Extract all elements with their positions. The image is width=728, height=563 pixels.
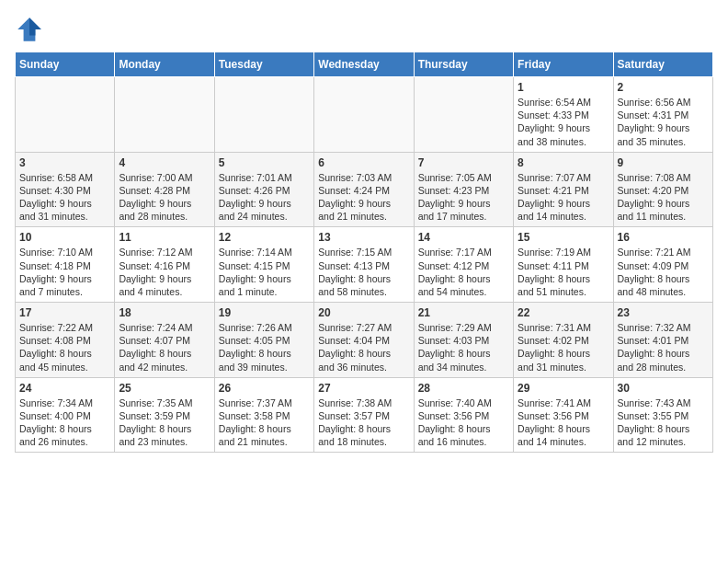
day-number: 7 xyxy=(418,156,509,169)
day-info: Sunrise: 7:24 AM Sunset: 4:07 PM Dayligh… xyxy=(119,321,210,373)
calendar-cell: 1Sunrise: 6:54 AM Sunset: 4:33 PM Daylig… xyxy=(514,77,613,153)
day-number: 17 xyxy=(19,306,110,319)
day-number: 16 xyxy=(618,231,709,244)
day-number: 22 xyxy=(518,306,609,319)
calendar-cell: 17Sunrise: 7:22 AM Sunset: 4:08 PM Dayli… xyxy=(16,303,115,378)
calendar-cell: 15Sunrise: 7:19 AM Sunset: 4:11 PM Dayli… xyxy=(514,227,613,303)
calendar-week-row: 24Sunrise: 7:34 AM Sunset: 4:00 PM Dayli… xyxy=(16,377,713,453)
calendar-cell xyxy=(214,77,313,153)
day-info: Sunrise: 7:31 AM Sunset: 4:02 PM Dayligh… xyxy=(518,321,609,373)
calendar-cell xyxy=(314,77,414,153)
calendar-cell: 23Sunrise: 7:32 AM Sunset: 4:01 PM Dayli… xyxy=(613,303,712,378)
column-header-thursday: Thursday xyxy=(414,52,513,77)
day-number: 21 xyxy=(418,306,509,319)
calendar-cell xyxy=(414,77,513,153)
logo-icon xyxy=(15,15,44,44)
day-info: Sunrise: 7:07 AM Sunset: 4:21 PM Dayligh… xyxy=(518,171,609,224)
column-header-wednesday: Wednesday xyxy=(314,52,414,77)
calendar-week-row: 10Sunrise: 7:10 AM Sunset: 4:18 PM Dayli… xyxy=(16,227,713,303)
day-info: Sunrise: 7:35 AM Sunset: 3:59 PM Dayligh… xyxy=(119,396,210,449)
calendar-cell: 5Sunrise: 7:01 AM Sunset: 4:26 PM Daylig… xyxy=(214,152,313,227)
day-info: Sunrise: 7:05 AM Sunset: 4:23 PM Dayligh… xyxy=(418,171,509,224)
day-info: Sunrise: 7:26 AM Sunset: 4:05 PM Dayligh… xyxy=(219,321,310,373)
day-number: 3 xyxy=(19,156,110,169)
calendar-cell: 30Sunrise: 7:43 AM Sunset: 3:55 PM Dayli… xyxy=(613,377,712,453)
calendar-cell: 8Sunrise: 7:07 AM Sunset: 4:21 PM Daylig… xyxy=(514,152,613,227)
calendar-week-row: 1Sunrise: 6:54 AM Sunset: 4:33 PM Daylig… xyxy=(16,77,713,153)
day-info: Sunrise: 7:17 AM Sunset: 4:12 PM Dayligh… xyxy=(418,246,509,298)
day-number: 9 xyxy=(618,156,709,169)
day-number: 20 xyxy=(318,306,409,319)
calendar-header-row: SundayMondayTuesdayWednesdayThursdayFrid… xyxy=(16,52,713,77)
column-header-sunday: Sunday xyxy=(16,52,115,77)
day-info: Sunrise: 7:21 AM Sunset: 4:09 PM Dayligh… xyxy=(618,246,709,298)
column-header-friday: Friday xyxy=(514,52,613,77)
day-number: 6 xyxy=(318,156,409,169)
day-info: Sunrise: 7:41 AM Sunset: 3:56 PM Dayligh… xyxy=(518,396,609,449)
day-info: Sunrise: 7:38 AM Sunset: 3:57 PM Dayligh… xyxy=(318,396,409,449)
calendar-cell: 22Sunrise: 7:31 AM Sunset: 4:02 PM Dayli… xyxy=(514,303,613,378)
day-info: Sunrise: 7:15 AM Sunset: 4:13 PM Dayligh… xyxy=(318,246,409,298)
day-number: 26 xyxy=(219,382,310,395)
calendar-cell: 16Sunrise: 7:21 AM Sunset: 4:09 PM Dayli… xyxy=(613,227,712,303)
day-info: Sunrise: 7:01 AM Sunset: 4:26 PM Dayligh… xyxy=(219,171,310,224)
day-info: Sunrise: 6:56 AM Sunset: 4:31 PM Dayligh… xyxy=(618,96,709,148)
calendar-cell: 21Sunrise: 7:29 AM Sunset: 4:03 PM Dayli… xyxy=(414,303,513,378)
day-number: 24 xyxy=(19,382,110,395)
calendar-cell: 24Sunrise: 7:34 AM Sunset: 4:00 PM Dayli… xyxy=(16,377,115,453)
calendar-cell xyxy=(115,77,214,153)
day-number: 30 xyxy=(618,382,709,395)
day-info: Sunrise: 7:29 AM Sunset: 4:03 PM Dayligh… xyxy=(418,321,509,373)
day-number: 14 xyxy=(418,231,509,244)
day-number: 15 xyxy=(518,231,609,244)
calendar-cell: 18Sunrise: 7:24 AM Sunset: 4:07 PM Dayli… xyxy=(115,303,214,378)
day-number: 4 xyxy=(119,156,210,169)
day-info: Sunrise: 7:43 AM Sunset: 3:55 PM Dayligh… xyxy=(618,396,709,449)
day-info: Sunrise: 6:54 AM Sunset: 4:33 PM Dayligh… xyxy=(518,96,609,148)
day-number: 25 xyxy=(119,382,210,395)
calendar-cell: 14Sunrise: 7:17 AM Sunset: 4:12 PM Dayli… xyxy=(414,227,513,303)
calendar-cell: 19Sunrise: 7:26 AM Sunset: 4:05 PM Dayli… xyxy=(214,303,313,378)
svg-marker-1 xyxy=(29,17,41,35)
calendar-cell: 28Sunrise: 7:40 AM Sunset: 3:56 PM Dayli… xyxy=(414,377,513,453)
day-number: 23 xyxy=(618,306,709,319)
calendar-cell: 20Sunrise: 7:27 AM Sunset: 4:04 PM Dayli… xyxy=(314,303,414,378)
day-info: Sunrise: 6:58 AM Sunset: 4:30 PM Dayligh… xyxy=(19,171,110,224)
calendar-cell: 25Sunrise: 7:35 AM Sunset: 3:59 PM Dayli… xyxy=(115,377,214,453)
calendar-cell: 26Sunrise: 7:37 AM Sunset: 3:58 PM Dayli… xyxy=(214,377,313,453)
calendar-cell: 4Sunrise: 7:00 AM Sunset: 4:28 PM Daylig… xyxy=(115,152,214,227)
day-info: Sunrise: 7:03 AM Sunset: 4:24 PM Dayligh… xyxy=(318,171,409,224)
calendar-week-row: 3Sunrise: 6:58 AM Sunset: 4:30 PM Daylig… xyxy=(16,152,713,227)
day-info: Sunrise: 7:12 AM Sunset: 4:16 PM Dayligh… xyxy=(119,246,210,298)
calendar-cell: 3Sunrise: 6:58 AM Sunset: 4:30 PM Daylig… xyxy=(16,152,115,227)
day-info: Sunrise: 7:37 AM Sunset: 3:58 PM Dayligh… xyxy=(219,396,310,449)
day-info: Sunrise: 7:34 AM Sunset: 4:00 PM Dayligh… xyxy=(19,396,110,449)
calendar-cell: 2Sunrise: 6:56 AM Sunset: 4:31 PM Daylig… xyxy=(613,77,712,153)
calendar-cell: 27Sunrise: 7:38 AM Sunset: 3:57 PM Dayli… xyxy=(314,377,414,453)
day-number: 12 xyxy=(219,231,310,244)
calendar-cell: 9Sunrise: 7:08 AM Sunset: 4:20 PM Daylig… xyxy=(613,152,712,227)
calendar-cell: 7Sunrise: 7:05 AM Sunset: 4:23 PM Daylig… xyxy=(414,152,513,227)
day-info: Sunrise: 7:40 AM Sunset: 3:56 PM Dayligh… xyxy=(418,396,509,449)
calendar-table: SundayMondayTuesdayWednesdayThursdayFrid… xyxy=(15,52,713,453)
calendar-cell: 11Sunrise: 7:12 AM Sunset: 4:16 PM Dayli… xyxy=(115,227,214,303)
calendar-cell xyxy=(16,77,115,153)
calendar-cell: 6Sunrise: 7:03 AM Sunset: 4:24 PM Daylig… xyxy=(314,152,414,227)
day-number: 5 xyxy=(219,156,310,169)
day-number: 28 xyxy=(418,382,509,395)
day-number: 27 xyxy=(318,382,409,395)
day-info: Sunrise: 7:19 AM Sunset: 4:11 PM Dayligh… xyxy=(518,246,609,298)
day-info: Sunrise: 7:14 AM Sunset: 4:15 PM Dayligh… xyxy=(219,246,310,298)
day-info: Sunrise: 7:22 AM Sunset: 4:08 PM Dayligh… xyxy=(19,321,110,373)
calendar-cell: 13Sunrise: 7:15 AM Sunset: 4:13 PM Dayli… xyxy=(314,227,414,303)
column-header-saturday: Saturday xyxy=(613,52,712,77)
day-number: 1 xyxy=(518,81,609,94)
day-info: Sunrise: 7:08 AM Sunset: 4:20 PM Dayligh… xyxy=(618,171,709,224)
calendar-cell: 29Sunrise: 7:41 AM Sunset: 3:56 PM Dayli… xyxy=(514,377,613,453)
day-info: Sunrise: 7:10 AM Sunset: 4:18 PM Dayligh… xyxy=(19,246,110,298)
logo xyxy=(15,15,48,44)
day-number: 2 xyxy=(618,81,709,94)
day-info: Sunrise: 7:32 AM Sunset: 4:01 PM Dayligh… xyxy=(618,321,709,373)
calendar-week-row: 17Sunrise: 7:22 AM Sunset: 4:08 PM Dayli… xyxy=(16,303,713,378)
column-header-monday: Monday xyxy=(115,52,214,77)
